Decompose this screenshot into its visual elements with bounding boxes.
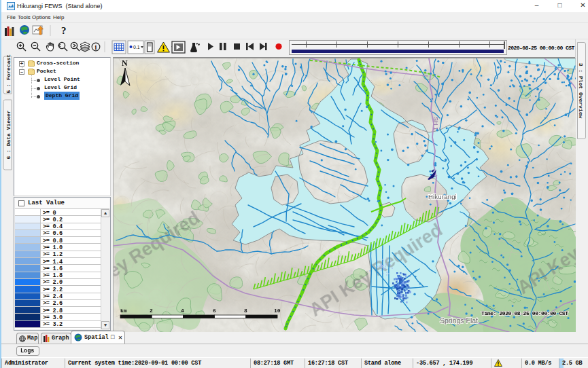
svg-text:Time: 2020-08-25 00:00:00 CST: Time: 2020-08-25 00:00:00 CST xyxy=(481,310,568,316)
svg-text:0.1: 0.1 xyxy=(133,45,140,50)
svg-text:SH 1: SH 1 xyxy=(432,117,439,130)
svg-text:i: i xyxy=(95,43,97,51)
svg-text:4: 4 xyxy=(181,308,184,314)
svg-text:?: ? xyxy=(61,25,67,36)
svg-text:6: 6 xyxy=(213,308,216,314)
svg-text:Springs Flat: Springs Flat xyxy=(440,316,478,325)
svg-text:2: 2 xyxy=(150,308,153,314)
svg-text:10: 10 xyxy=(274,308,281,314)
svg-text:8: 8 xyxy=(244,308,247,314)
svg-text:N: N xyxy=(122,58,128,68)
svg-text:Hikurangi: Hikurangi xyxy=(428,193,457,200)
svg-text:km: km xyxy=(120,308,127,314)
